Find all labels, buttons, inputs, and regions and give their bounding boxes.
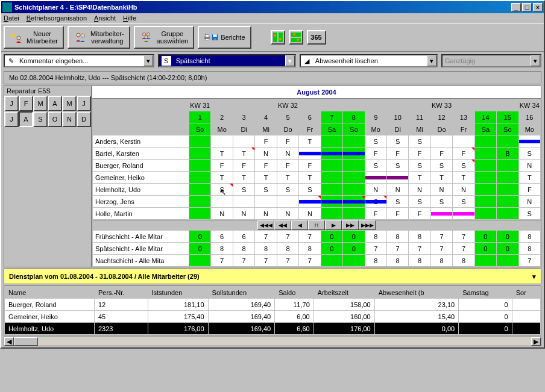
- shift-cell[interactable]: F: [518, 184, 540, 196]
- nav-button-4[interactable]: ▶: [325, 220, 342, 230]
- shift-cell[interactable]: [386, 172, 408, 184]
- shift-cell[interactable]: S: [386, 160, 408, 172]
- shift-cell[interactable]: F: [365, 208, 386, 220]
- shift-cell[interactable]: S: [409, 135, 430, 148]
- shift-cell[interactable]: F: [386, 148, 408, 160]
- shift-cell[interactable]: T: [299, 172, 321, 184]
- shift-cell[interactable]: B: [497, 148, 518, 160]
- shift-cell[interactable]: N: [365, 184, 386, 196]
- summary-col-header[interactable]: Arbeitszeit: [313, 287, 374, 299]
- nav-button-1[interactable]: ◀◀: [274, 220, 291, 230]
- shift-cell[interactable]: [497, 135, 518, 148]
- shift-cell[interactable]: [453, 135, 474, 148]
- comment-input[interactable]: [17, 57, 143, 64]
- calendar-365-button[interactable]: 365: [307, 30, 326, 45]
- shift-cell[interactable]: N: [386, 184, 408, 196]
- month-M-2[interactable]: M: [33, 96, 48, 111]
- reports-button[interactable]: Berichte: [198, 26, 251, 49]
- shift-cell[interactable]: F: [409, 148, 430, 160]
- month-J-5[interactable]: J: [77, 96, 91, 111]
- shift-cell[interactable]: N: [299, 208, 321, 220]
- nav-button-3[interactable]: H: [308, 220, 325, 230]
- nav-button-0[interactable]: ◀◀◀: [257, 220, 274, 230]
- shift-cell[interactable]: F: [365, 148, 386, 160]
- summary-col-header[interactable]: Sollstunden: [208, 287, 275, 299]
- shift-cell[interactable]: [321, 160, 342, 172]
- shift-cell[interactable]: S: [365, 135, 386, 148]
- summary-col-header[interactable]: Pers.-Nr.: [94, 287, 148, 299]
- summary-col-header[interactable]: Saldo: [275, 287, 314, 299]
- shift-cell[interactable]: [497, 160, 518, 172]
- shift-cell[interactable]: [277, 196, 298, 208]
- summary-col-header[interactable]: Sor: [512, 287, 540, 299]
- shift-cell[interactable]: [343, 160, 365, 172]
- month-S-8[interactable]: S: [33, 111, 48, 127]
- menu-datei[interactable]: Datei: [4, 14, 19, 22]
- scroll-thumb[interactable]: [14, 337, 38, 346]
- shift-cell[interactable]: F: [430, 148, 452, 160]
- month-A-7[interactable]: A: [19, 111, 33, 127]
- shift-cell[interactable]: [430, 135, 452, 148]
- shift-label[interactable]: [174, 57, 285, 64]
- shift-cell[interactable]: [343, 172, 365, 184]
- month-J-6[interactable]: J: [4, 111, 19, 127]
- shift-cell[interactable]: [233, 196, 254, 208]
- shift-cell[interactable]: [497, 184, 518, 196]
- shift-cell[interactable]: T: [453, 172, 474, 184]
- month-J-0[interactable]: J: [4, 96, 19, 111]
- shift-cell[interactable]: [497, 196, 518, 208]
- shift-cell[interactable]: T: [211, 148, 233, 160]
- shift-cell[interactable]: [189, 196, 211, 208]
- shift-cell[interactable]: [474, 172, 496, 184]
- shift-cell[interactable]: N: [518, 160, 540, 172]
- employee-name[interactable]: Helmholtz, Udo: [93, 184, 189, 196]
- shift-cell[interactable]: N: [211, 208, 233, 220]
- shift-cell[interactable]: [255, 196, 277, 208]
- shift-cell[interactable]: T: [255, 172, 277, 184]
- maximize-button[interactable]: □: [522, 3, 532, 11]
- menu-ansicht[interactable]: Ansicht: [94, 14, 116, 22]
- nav-button-5[interactable]: ▶▶: [342, 220, 359, 230]
- shift-cell[interactable]: S: [518, 148, 540, 160]
- month-M-4[interactable]: M: [62, 96, 77, 111]
- shift-cell[interactable]: [189, 148, 211, 160]
- shift-cell[interactable]: [497, 208, 518, 220]
- summary-row[interactable]: Buerger, Roland12181,10169,4011,70158,00…: [5, 299, 541, 311]
- shift-cell[interactable]: [211, 196, 233, 208]
- shift-cell[interactable]: N: [409, 184, 430, 196]
- employee-name[interactable]: Buerger, Roland: [93, 160, 189, 172]
- shift-cell[interactable]: F: [255, 160, 277, 172]
- shift-cell[interactable]: [321, 196, 342, 208]
- shift-cell[interactable]: [474, 135, 496, 148]
- shift-cell[interactable]: S: [518, 208, 540, 220]
- close-button[interactable]: ×: [533, 3, 543, 11]
- shift-cell[interactable]: F: [233, 160, 254, 172]
- shift-cell[interactable]: [518, 135, 540, 148]
- shift-cell[interactable]: S: [430, 196, 452, 208]
- view-button-1[interactable]: [271, 30, 285, 45]
- shift-cell[interactable]: [343, 196, 365, 208]
- shift-cell[interactable]: S: [409, 196, 430, 208]
- select-group-button[interactable]: Gruppeauswählen: [134, 26, 195, 49]
- shift-cell[interactable]: [343, 208, 365, 220]
- summary-row[interactable]: Helmholtz, Udo2323176,00169,406,60176,00…: [5, 323, 541, 335]
- shift-cell[interactable]: T: [518, 172, 540, 184]
- employee-name[interactable]: Bartel, Karsten: [93, 148, 189, 160]
- shift-cell[interactable]: [474, 208, 496, 220]
- shift-cell[interactable]: [343, 148, 365, 160]
- month-A-3[interactable]: A: [48, 96, 62, 111]
- shift-cell[interactable]: [474, 196, 496, 208]
- shift-cell[interactable]: F: [386, 208, 408, 220]
- shift-cell[interactable]: T: [277, 172, 298, 184]
- absence-combo[interactable]: ◢ ▾: [300, 54, 438, 67]
- shift-cell[interactable]: [365, 172, 386, 184]
- shift-cell[interactable]: S: [277, 184, 298, 196]
- shift-cell[interactable]: N: [233, 208, 254, 220]
- shift-cell[interactable]: [299, 196, 321, 208]
- shift-cell[interactable]: F: [277, 135, 298, 148]
- shift-cell[interactable]: [453, 208, 474, 220]
- shift-cell[interactable]: F: [255, 135, 277, 148]
- shift-cell[interactable]: F: [409, 208, 430, 220]
- view-button-2[interactable]: [289, 30, 303, 45]
- shift-cell[interactable]: N: [518, 196, 540, 208]
